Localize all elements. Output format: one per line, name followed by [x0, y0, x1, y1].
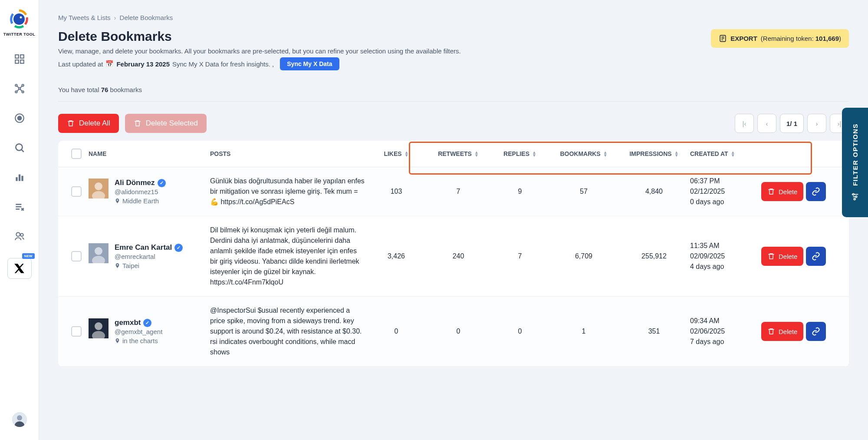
- avatar: [89, 243, 108, 263]
- sort-icon: ▲▼: [404, 151, 409, 157]
- last-updated-line: Last updated at 📅 February 13 2025 Sync …: [58, 57, 461, 70]
- column-bookmarks[interactable]: BOOKMARKS▲▼: [549, 150, 618, 157]
- user-name: Emre Can Kartal✓: [115, 243, 183, 252]
- replies-value: 0: [490, 328, 549, 335]
- page-next-button[interactable]: ›: [807, 114, 826, 133]
- retweets-value: 240: [426, 252, 490, 260]
- row-checkbox[interactable]: [71, 251, 82, 261]
- link-icon: [812, 187, 820, 196]
- page-indicator: 1/ 1: [780, 114, 804, 133]
- sync-hint: Sync My X Data for fresh insights. ,: [172, 60, 274, 68]
- svg-rect-2: [15, 55, 19, 58]
- svg-point-16: [17, 116, 21, 120]
- column-likes[interactable]: LIKES▲▼: [366, 150, 426, 157]
- verified-icon: ✓: [158, 179, 166, 187]
- nav-dashboard[interactable]: [10, 50, 29, 69]
- breadcrumb-parent[interactable]: My Tweets & Lists: [58, 14, 111, 21]
- svg-line-13: [17, 89, 18, 91]
- trash-icon: [767, 188, 775, 195]
- column-impressions[interactable]: IMPRESSIONS▲▼: [618, 150, 690, 157]
- svg-line-11: [17, 86, 18, 88]
- row-delete-button[interactable]: Delete: [761, 182, 803, 201]
- chevron-right-icon: ›: [114, 14, 116, 21]
- logo[interactable]: TWITTER TOOL: [3, 9, 35, 36]
- user-cell: gemxbt✓ @gemxbt_agent in the charts: [89, 318, 210, 344]
- column-replies[interactable]: REPLIES▲▼: [490, 150, 549, 157]
- nav-analytics[interactable]: [10, 168, 29, 187]
- export-remaining-text: (Remaining token: 101,669): [761, 35, 841, 42]
- likes-value: 0: [366, 328, 426, 335]
- link-icon: [812, 327, 820, 336]
- svg-line-14: [20, 89, 22, 91]
- user-location: Middle Earth: [115, 197, 166, 205]
- row-delete-button[interactable]: Delete: [761, 322, 803, 341]
- pagination: |‹ ‹ 1/ 1 › ›|: [735, 114, 849, 133]
- column-posts[interactable]: POSTS: [210, 150, 366, 157]
- select-all-checkbox[interactable]: [71, 149, 82, 159]
- row-link-button[interactable]: [806, 322, 826, 341]
- bookmarks-value: 57: [549, 188, 618, 195]
- post-text: @InspectorSui $usual recently experience…: [210, 305, 366, 357]
- post-text: Günlük bias doğrultusunda haber ile yapı…: [210, 176, 366, 207]
- nav-search[interactable]: [10, 138, 29, 157]
- column-retweets[interactable]: RETWEETS▲▼: [426, 150, 490, 157]
- new-badge: NEW: [22, 253, 35, 259]
- user-name: Ali Dönmez✓: [115, 179, 166, 187]
- svg-line-18: [21, 149, 23, 152]
- retweets-value: 7: [426, 188, 490, 195]
- export-button[interactable]: EXPORT (Remaining token: 101,669): [711, 29, 849, 48]
- row-link-button[interactable]: [806, 247, 826, 266]
- page-prev-button[interactable]: ‹: [757, 114, 776, 133]
- svg-point-50: [854, 198, 855, 200]
- svg-point-7: [15, 84, 17, 86]
- nav-network[interactable]: [10, 79, 29, 98]
- user-cell: Ali Dönmez✓ @alidonmez15 Middle Earth: [89, 179, 210, 205]
- filter-options-tab[interactable]: FILTER OPTIONS: [842, 108, 868, 217]
- created-at: 09:34 AM02/06/20257 days ago: [690, 316, 761, 347]
- delete-all-button[interactable]: Delete All: [58, 114, 119, 133]
- nav-x-item[interactable]: NEW: [7, 258, 32, 279]
- sort-icon: ▲▼: [603, 151, 608, 157]
- user-name: gemxbt✓: [115, 318, 162, 327]
- retweets-value: 0: [426, 328, 490, 335]
- svg-rect-5: [20, 60, 24, 63]
- filter-icon: [850, 192, 860, 202]
- table-header: NAME POSTS LIKES▲▼ RETWEETS▲▼ REPLIES▲▼ …: [58, 141, 849, 167]
- user-cell: Emre Can Kartal✓ @emreckartal Taipei: [89, 243, 210, 269]
- sync-data-button[interactable]: Sync My X Data: [280, 57, 339, 70]
- nav-target[interactable]: [10, 109, 29, 128]
- page-title: Delete Bookmarks: [58, 29, 461, 44]
- table-row: gemxbt✓ @gemxbt_agent in the charts @Ins…: [58, 297, 849, 367]
- sort-icon: ▲▼: [674, 151, 679, 157]
- nav-list-remove[interactable]: [10, 197, 29, 216]
- impressions-value: 4,840: [618, 188, 690, 195]
- likes-value: 3,426: [366, 252, 426, 260]
- bookmarks-value: 6,709: [549, 252, 618, 260]
- svg-rect-3: [20, 55, 24, 58]
- verified-icon: ✓: [143, 319, 151, 327]
- last-updated-prefix: Last updated at: [58, 60, 103, 68]
- bookmarks-table: NAME POSTS LIKES▲▼ RETWEETS▲▼ REPLIES▲▼ …: [58, 141, 849, 367]
- row-checkbox[interactable]: [71, 326, 82, 337]
- svg-point-0: [13, 13, 25, 25]
- row-delete-button[interactable]: Delete: [761, 247, 803, 266]
- column-created[interactable]: CREATED AT▲▼: [690, 150, 761, 157]
- user-location: in the charts: [115, 337, 162, 344]
- verified-icon: ✓: [174, 244, 183, 252]
- delete-selected-button[interactable]: Delete Selected: [125, 114, 207, 133]
- svg-point-40: [95, 247, 102, 255]
- x-icon: [14, 263, 25, 274]
- row-link-button[interactable]: [806, 182, 826, 201]
- svg-rect-21: [21, 176, 23, 181]
- svg-point-8: [22, 84, 23, 86]
- column-name[interactable]: NAME: [89, 150, 210, 157]
- sidebar: TWITTER TOOL NEW: [0, 0, 39, 440]
- trash-icon: [134, 119, 141, 127]
- row-checkbox[interactable]: [71, 186, 82, 197]
- location-icon: [115, 198, 120, 204]
- svg-point-30: [17, 415, 22, 420]
- page-first-button[interactable]: |‹: [735, 114, 754, 133]
- bookmarks-value: 1: [549, 328, 618, 335]
- user-avatar[interactable]: [12, 412, 27, 427]
- nav-people[interactable]: [10, 227, 29, 246]
